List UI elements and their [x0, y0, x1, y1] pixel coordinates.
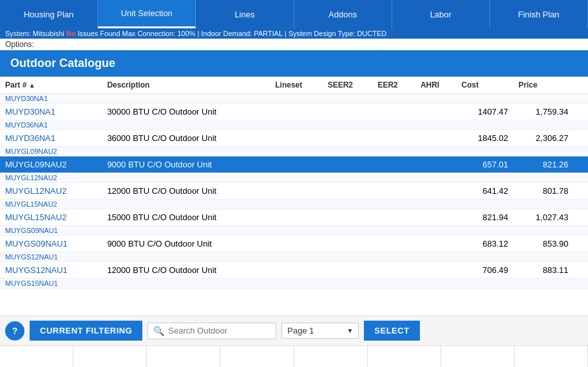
cell-eer2	[372, 130, 415, 147]
grid-lines	[0, 346, 588, 367]
page-select-dropdown[interactable]: Page 1 ▼	[281, 323, 359, 339]
col-ahri: AHRI	[415, 77, 457, 94]
cell-description: 9000 BTU C/O Outdoor Unit	[102, 156, 270, 173]
cell-lineset	[270, 262, 322, 279]
col-lineset: Lineset	[270, 77, 322, 94]
cell-description: 9000 BTU C/O Outdoor Unit	[102, 236, 270, 252]
secondary-part-num: MUYD36NA1	[0, 120, 588, 130]
col-part-num[interactable]: Part # ▲	[0, 77, 102, 94]
cell-ahri	[415, 104, 457, 120]
cell-ahri	[415, 209, 457, 226]
cell-part-num: MUYD36NA1	[0, 130, 102, 147]
cell-part-num: MUYD30NA1	[0, 104, 102, 120]
table-row[interactable]: MUYGL15NAU215000 BTU C/O Outdoor Unit821…	[0, 209, 588, 226]
col-seer2: SEER2	[323, 77, 373, 94]
cell-price: 1,759.34	[513, 104, 574, 120]
catalogue-table: Part # ▲ Description Lineset SEER2 EER2 …	[0, 77, 588, 288]
cell-action	[573, 262, 588, 279]
nav-lines[interactable]: Lines	[196, 0, 294, 28]
sort-icon: ▲	[29, 82, 35, 89]
secondary-part-num: MUYGL09NAU2	[0, 147, 588, 156]
system-info-bar: System: Mitsubishi No Issues Found Max C…	[0, 28, 588, 39]
cell-seer2	[323, 104, 373, 120]
options-label: Options:	[5, 40, 34, 49]
table-secondary-row: MUYGL09NAU2	[0, 147, 588, 156]
col-action	[573, 77, 588, 94]
grid-col-7	[441, 346, 515, 367]
table-row[interactable]: MUYGS12NAU112000 BTU C/O Outdoor Unit706…	[0, 262, 588, 279]
table-secondary-row: MUYGL15NAU2	[0, 200, 588, 209]
cell-price: 801.78	[513, 183, 574, 200]
table-row[interactable]: MUYD30NA130000 BTU C/O Outdoor Unit1407.…	[0, 104, 588, 120]
nav-housing-plan[interactable]: Housing Plan	[0, 0, 98, 28]
cell-cost: 1407.47	[457, 104, 513, 120]
col-price: Price	[513, 77, 574, 94]
grid-col-6	[368, 346, 441, 367]
table-row[interactable]: MUYGS09NAU19000 BTU C/O Outdoor Unit683.…	[0, 236, 588, 252]
cell-part-num: MUYGL12NAU2	[0, 183, 102, 200]
search-icon: 🔍	[153, 326, 164, 336]
cell-price: 2,306.27	[513, 130, 574, 147]
cell-eer2	[372, 104, 415, 120]
secondary-part-num: MUYGS12NAU1	[0, 252, 588, 262]
table-secondary-row: MUYGL12NAU2	[0, 173, 588, 183]
cell-price: 821.26	[513, 156, 574, 173]
cell-action	[573, 130, 588, 147]
dropdown-arrow-icon: ▼	[346, 327, 353, 334]
cell-cost: 706.49	[457, 262, 513, 279]
cell-lineset	[270, 209, 322, 226]
cell-action	[573, 209, 588, 226]
cell-lineset	[270, 183, 322, 200]
secondary-part-num: MUYD30NA1	[0, 94, 588, 104]
table-row[interactable]: MUYD36NA136000 BTU C/O Outdoor Unit1845.…	[0, 130, 588, 147]
nav-addons[interactable]: Addons	[294, 0, 392, 28]
options-bar: Options:	[0, 39, 588, 50]
cell-price: 1,027.43	[513, 209, 574, 226]
nav-unit-selection[interactable]: Unit Selection	[98, 0, 196, 28]
bottom-toolbar: ? CURRENT FILTERING 🔍 Page 1 ▼ SELECT	[0, 315, 588, 345]
cell-price: 883.11	[513, 262, 574, 279]
search-input[interactable]	[168, 326, 270, 335]
secondary-part-num: MUYGL15NAU2	[0, 200, 588, 209]
nav-finish-plan[interactable]: Finish Plan	[490, 0, 588, 28]
grid-col-1	[0, 346, 73, 367]
cell-lineset	[270, 236, 322, 252]
cell-lineset	[270, 104, 322, 120]
search-container: 🔍	[147, 323, 276, 339]
grid-col-2	[73, 346, 147, 367]
cell-cost: 683.12	[457, 236, 513, 252]
system-status: No	[66, 30, 76, 37]
table-secondary-row: MUYGS09NAU1	[0, 226, 588, 236]
cell-eer2	[372, 156, 415, 173]
main-content: Outdoor Catalogue Part # ▲ Description L…	[0, 50, 588, 315]
cell-description: 12000 BTU C/O Outdoor Unit	[102, 183, 270, 200]
cell-description: 15000 BTU C/O Outdoor Unit	[102, 209, 270, 226]
table-secondary-row: MUYD36NA1	[0, 120, 588, 130]
page-select-label: Page 1	[287, 326, 314, 335]
secondary-part-num: MUYGL12NAU2	[0, 173, 588, 183]
catalogue-table-container[interactable]: Part # ▲ Description Lineset SEER2 EER2 …	[0, 77, 588, 315]
cell-part-num: MUYGL09NAU2	[0, 156, 102, 173]
cell-price: 853.90	[513, 236, 574, 252]
cell-seer2	[323, 156, 373, 173]
nav-labor[interactable]: Labor	[392, 0, 490, 28]
cell-lineset	[270, 156, 322, 173]
cell-action	[573, 236, 588, 252]
system-details: Issues Found Max Connection: 100% | Indo…	[78, 30, 387, 37]
cell-ahri	[415, 236, 457, 252]
cell-ahri	[415, 130, 457, 147]
help-button[interactable]: ?	[5, 321, 24, 341]
table-row[interactable]: MUYGL12NAU212000 BTU C/O Outdoor Unit641…	[0, 183, 588, 200]
cell-description: 36000 BTU C/O Outdoor Unit	[102, 130, 270, 147]
cell-seer2	[323, 130, 373, 147]
cell-seer2	[323, 236, 373, 252]
cell-seer2	[323, 209, 373, 226]
current-filtering-button[interactable]: CURRENT FILTERING	[30, 321, 142, 341]
table-row[interactable]: MUYGL09NAU29000 BTU C/O Outdoor Unit657.…	[0, 156, 588, 173]
col-description: Description	[102, 77, 270, 94]
top-navigation: Housing Plan Unit Selection Lines Addons…	[0, 0, 588, 28]
cell-cost: 821.94	[457, 209, 513, 226]
table-secondary-row: MUYD30NA1	[0, 94, 588, 104]
cell-action	[573, 183, 588, 200]
select-button[interactable]: SELECT	[364, 321, 419, 341]
